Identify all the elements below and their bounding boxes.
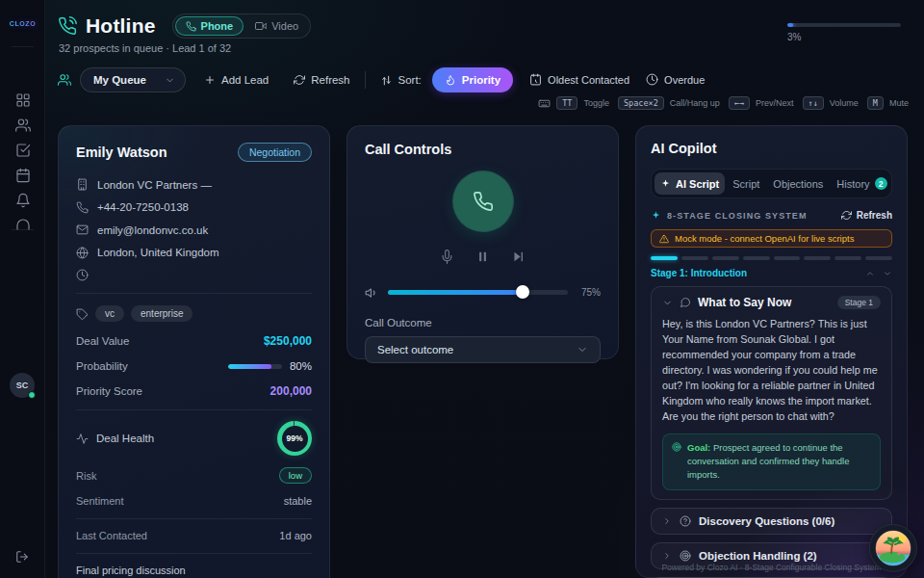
sparkles-icon: [660, 178, 671, 189]
stage-next-icon[interactable]: [883, 269, 892, 278]
volume-slider[interactable]: [388, 290, 568, 295]
deal-health-row: Deal Health 99%: [76, 421, 312, 456]
lead-note: Final pricing discussion: [76, 565, 312, 576]
tag-icon: [76, 304, 89, 322]
sparkles-icon: [651, 210, 661, 221]
sort-oldest-button[interactable]: Oldest Contacted: [529, 73, 629, 86]
mail-icon: [76, 223, 89, 236]
phone-call-icon: [58, 16, 77, 36]
tab-video[interactable]: Video: [245, 17, 308, 35]
discovery-questions-section[interactable]: Discovery Questions (0/6): [651, 508, 892, 535]
app-logo: CLOZO: [0, 20, 45, 27]
island-floating-button[interactable]: [869, 524, 917, 572]
volume-row: 75%: [365, 283, 601, 301]
tab-phone-label: Phone: [201, 20, 234, 32]
key-badge: M: [867, 96, 884, 110]
goal-callout: Goal: Prospect agreed to continue the co…: [662, 434, 881, 490]
key-badge: ←→: [729, 96, 750, 110]
risk-label: Risk: [76, 470, 96, 482]
call-outcome-select[interactable]: Select outcome: [365, 336, 601, 363]
say-now-card: What to Say Now Stage 1 Hey, is this Lon…: [651, 286, 892, 500]
app-window: CLOZO SC Hotline Phone Video: [0, 0, 924, 578]
location-value: London, United Kingdom: [97, 247, 219, 258]
pause-button[interactable]: [475, 248, 490, 265]
tab-script-label: Script: [732, 178, 759, 190]
volume-icon: [365, 283, 378, 301]
stage-segment: [865, 256, 892, 260]
current-stage-label: Stage 1: Introduction: [651, 268, 747, 278]
shortcut-label: Mute: [889, 98, 909, 108]
divider: [12, 229, 34, 230]
email-row: emily@londonvc.co.uk: [76, 223, 312, 236]
probability-row: Probability 80%: [76, 360, 312, 372]
key-badge: TT: [556, 96, 578, 110]
tab-ai-script[interactable]: AI Script: [654, 172, 725, 195]
tasks-icon[interactable]: [15, 141, 31, 156]
chevron-down-icon: [577, 344, 588, 356]
tab-objections[interactable]: Objections: [767, 172, 829, 195]
add-lead-label: Add Lead: [221, 74, 269, 86]
sort-priority-label: Priority: [462, 74, 500, 86]
say-now-stage-badge: Stage 1: [837, 296, 881, 309]
stage-segment: [712, 256, 739, 260]
email-value: emily@londonvc.co.uk: [97, 224, 208, 236]
sort-arrows-icon: [380, 71, 393, 89]
copilot-refresh-button[interactable]: Refresh: [841, 210, 892, 221]
avatar-initials: SC: [16, 381, 29, 390]
refresh-button[interactable]: Refresh: [294, 74, 349, 86]
phone-icon: [76, 200, 89, 213]
company-row: London VC Partners —: [76, 178, 312, 191]
sidebar: CLOZO SC: [0, 0, 45, 578]
call-outcome-label: Call Outcome: [365, 317, 601, 328]
volume-slider-thumb[interactable]: [516, 285, 529, 299]
queue-users-icon: [58, 71, 71, 89]
notifications-icon[interactable]: [15, 191, 31, 206]
deal-value-row: Deal Value $250,000: [76, 334, 312, 348]
sort-priority-button[interactable]: Priority: [432, 67, 513, 92]
stage-prev-icon[interactable]: [865, 269, 875, 278]
calendar-icon[interactable]: [15, 166, 31, 181]
risk-row: Risk low: [76, 467, 312, 484]
logout-icon[interactable]: [15, 547, 29, 565]
tab-ai-script-label: AI Script: [676, 178, 719, 190]
say-now-header[interactable]: What to Say Now Stage 1: [662, 296, 881, 309]
sort-overdue-button[interactable]: Overdue: [646, 73, 705, 86]
last-contacted-value: 1d ago: [279, 530, 312, 541]
header-brand: Hotline Phone Video: [58, 13, 311, 39]
deal-health-label: Deal Health: [96, 433, 154, 444]
page-title: Hotline: [86, 14, 156, 38]
stage-segment: [651, 256, 678, 260]
call-button[interactable]: [453, 171, 513, 231]
tab-history[interactable]: History 2: [831, 172, 892, 195]
stage-segment: [681, 256, 708, 260]
user-avatar[interactable]: SC: [10, 373, 35, 398]
shortcut-label: Prev/Next: [756, 98, 794, 108]
tropical-island-icon: [875, 530, 911, 566]
building-icon: [76, 178, 89, 191]
shortcut-label: Toggle: [583, 98, 609, 108]
tab-phone[interactable]: Phone: [175, 16, 244, 36]
shortcut-label: Volume: [830, 98, 859, 108]
mute-mic-button[interactable]: [440, 248, 454, 265]
skip-forward-button[interactable]: [511, 248, 526, 265]
call-controls-title: Call Controls: [365, 142, 601, 157]
sort-label: Sort:: [398, 74, 422, 86]
goal-label: Goal:: [687, 442, 710, 453]
progress-label: 3%: [787, 32, 901, 42]
queue-select[interactable]: My Queue: [80, 67, 186, 92]
mock-mode-warning: Mock mode - connect OpenAI for live scri…: [651, 229, 892, 248]
dashboard-icon[interactable]: [15, 91, 31, 106]
add-lead-button[interactable]: Add Lead: [204, 74, 269, 86]
priority-score: 200,000: [270, 384, 312, 398]
company-value: London VC Partners —: [97, 179, 212, 191]
deal-value: $250,000: [264, 334, 312, 348]
probability-value: 80%: [290, 360, 312, 372]
refresh-label: Refresh: [311, 74, 349, 86]
deal-health-value: 99%: [282, 426, 308, 452]
risk-badge: low: [279, 467, 312, 484]
tab-script[interactable]: Script: [727, 172, 765, 195]
contacts-icon[interactable]: [15, 116, 31, 131]
objection-handling-label: Objection Handling (2): [699, 550, 817, 562]
tags-row: vc enterprise: [76, 304, 312, 322]
stage-segment: [774, 256, 801, 260]
